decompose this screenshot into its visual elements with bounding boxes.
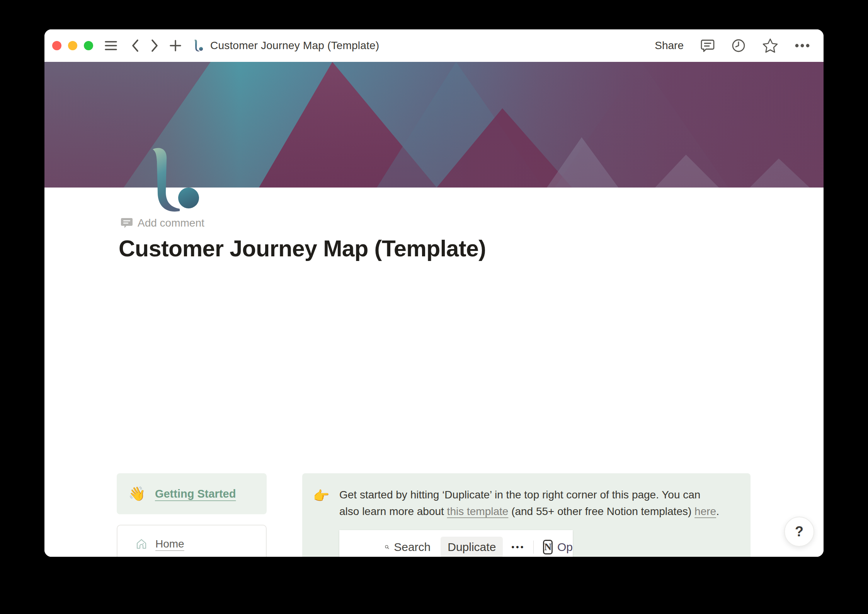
page-icon-logo — [149, 145, 201, 215]
getting-started-callout: 👋 Getting Started — [117, 473, 267, 514]
search-icon — [385, 541, 389, 553]
zoom-window-button[interactable] — [84, 41, 93, 50]
history-clock-icon[interactable] — [732, 39, 745, 53]
embed-search-label: Search — [394, 541, 431, 554]
nav-link-home[interactable]: Home — [117, 536, 266, 553]
more-options-icon[interactable] — [795, 44, 810, 48]
back-button[interactable] — [132, 39, 139, 52]
share-button[interactable]: Share — [655, 39, 684, 52]
comments-icon[interactable] — [701, 39, 715, 53]
titlebar: Customer Journey Map (Template) Share — [44, 29, 824, 62]
sidebar-menu-button[interactable] — [105, 41, 117, 51]
home-icon — [136, 539, 147, 549]
this-template-link[interactable]: this template — [447, 505, 509, 517]
help-button[interactable]: ? — [784, 517, 814, 547]
point-right-emoji: 👉 — [313, 486, 339, 557]
add-comment-button[interactable]: Add comment — [121, 217, 204, 229]
page-content: Add comment Customer Journey Map (Templa… — [44, 188, 824, 557]
close-window-button[interactable] — [52, 41, 61, 50]
home-link-label: Home — [155, 538, 184, 550]
new-tab-button[interactable] — [170, 40, 181, 51]
duplicate-instruction-image: Search Duplicate ••• N Op — [339, 530, 573, 557]
comment-bubble-icon — [121, 218, 133, 229]
minimize-window-button[interactable] — [68, 41, 77, 50]
here-link[interactable]: here — [694, 505, 716, 517]
getting-started-link[interactable]: Getting Started — [155, 488, 236, 500]
navigation-card: Home 🪜 Stages 🙂 Personas 🔚 Actions ... 🪄 — [117, 525, 267, 557]
callout-text: Get started by hitting ‘Duplicate’ in th… — [339, 486, 735, 520]
notion-logo-icon: N — [543, 540, 553, 554]
app-window: Customer Journey Map (Template) Share — [44, 29, 824, 557]
embed-more-dots: ••• — [511, 542, 525, 552]
embed-open-label: Op — [557, 541, 573, 554]
add-comment-label: Add comment — [138, 217, 204, 229]
page-favicon-logo — [194, 39, 203, 52]
embed-divider — [533, 541, 534, 554]
favorite-star-icon[interactable] — [762, 38, 778, 53]
duplicate-callout: 👉 Get started by hitting ‘Duplicate’ in … — [302, 473, 751, 557]
forward-button[interactable] — [151, 39, 158, 52]
window-title: Customer Journey Map (Template) — [210, 39, 379, 52]
page-title[interactable]: Customer Journey Map (Template) — [119, 235, 486, 262]
embed-duplicate-button: Duplicate — [441, 537, 503, 557]
wave-emoji: 👋 — [128, 486, 146, 502]
